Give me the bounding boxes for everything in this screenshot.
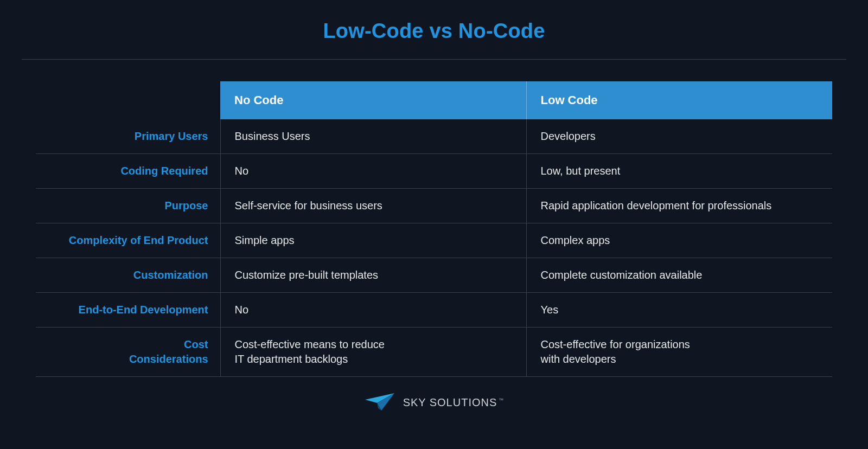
row-label: Complexity of End Product <box>36 223 220 258</box>
cell-no-code: No <box>220 293 526 328</box>
footer: SKY SOLUTIONS ™ <box>22 392 846 413</box>
row-label: Purpose <box>36 189 220 223</box>
row-label: Coding Required <box>36 154 220 189</box>
cell-no-code: Simple apps <box>220 223 526 258</box>
trademark-symbol: ™ <box>499 397 504 403</box>
row-label: End-to-End Development <box>36 293 220 328</box>
cell-low-code: Rapid application development for profes… <box>526 189 832 223</box>
cell-low-code: Cost-effective for organizations with de… <box>526 328 832 377</box>
table-row: Coding Required No Low, but present <box>36 154 832 189</box>
brand-sky: SKY <box>403 396 426 409</box>
table-row: Complexity of End Product Simple apps Co… <box>36 223 832 258</box>
table-header-blank <box>36 81 220 119</box>
brand-solutions: SOLUTIONS <box>430 396 497 409</box>
row-label: Cost Considerations <box>36 328 220 377</box>
column-header-low-code: Low Code <box>526 81 832 119</box>
table-row: Cost Considerations Cost-effective means… <box>36 328 832 377</box>
table-row: End-to-End Development No Yes <box>36 293 832 328</box>
table-row: Purpose Self-service for business users … <box>36 189 832 223</box>
cell-low-code: Yes <box>526 293 832 328</box>
cell-no-code: Self-service for business users <box>220 189 526 223</box>
comparison-table-container: No Code Low Code Primary Users Business … <box>22 60 846 377</box>
page-title: Low-Code vs No-Code <box>22 0 846 59</box>
column-header-no-code: No Code <box>220 81 526 119</box>
brand-text: SKY SOLUTIONS ™ <box>403 396 505 409</box>
cell-low-code: Low, but present <box>526 154 832 189</box>
cell-no-code: Cost-effective means to reduce IT depart… <box>220 328 526 377</box>
table-row: Customization Customize pre-built templa… <box>36 258 832 293</box>
row-label: Customization <box>36 258 220 293</box>
comparison-table: No Code Low Code Primary Users Business … <box>36 81 832 377</box>
cell-low-code: Complete customization available <box>526 258 832 293</box>
row-label: Primary Users <box>36 119 220 154</box>
cell-no-code: No <box>220 154 526 189</box>
cell-low-code: Developers <box>526 119 832 154</box>
cell-no-code: Business Users <box>220 119 526 154</box>
cell-low-code: Complex apps <box>526 223 832 258</box>
table-row: Primary Users Business Users Developers <box>36 119 832 154</box>
cell-no-code: Customize pre-built templates <box>220 258 526 293</box>
paper-plane-icon <box>364 392 395 413</box>
